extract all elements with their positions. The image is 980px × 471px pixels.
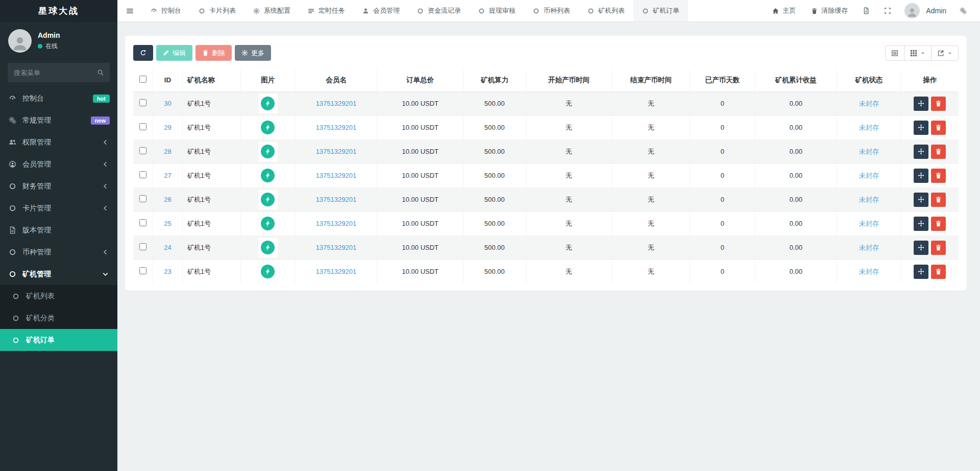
miner-image[interactable] xyxy=(258,94,278,113)
status-link[interactable]: 未封存 xyxy=(859,124,879,131)
sidebar-subitem-miner-orders[interactable]: 矿机订单 xyxy=(0,329,117,351)
row-checkbox[interactable] xyxy=(139,123,146,130)
miner-image[interactable] xyxy=(258,166,278,185)
tab-member-mgmt[interactable]: 会员管理 xyxy=(354,0,408,21)
row-checkbox[interactable] xyxy=(139,147,146,154)
miner-image[interactable] xyxy=(258,238,278,257)
tab-coin-list[interactable]: 币种列表 xyxy=(524,0,579,21)
row-checkbox[interactable] xyxy=(139,243,146,250)
sidebar-toggle-button[interactable] xyxy=(117,0,142,21)
status-link[interactable]: 未封存 xyxy=(859,196,879,203)
member-link[interactable]: 13751329201 xyxy=(316,124,357,131)
delete-row-button[interactable] xyxy=(931,217,946,231)
status-link[interactable]: 未封存 xyxy=(859,268,879,275)
export-button[interactable] xyxy=(931,45,959,61)
delete-row-button[interactable] xyxy=(931,145,946,159)
sidebar-subitem-miner-list[interactable]: 矿机列表 xyxy=(0,285,117,307)
refresh-button[interactable] xyxy=(133,45,153,61)
menu-search-input[interactable] xyxy=(8,63,110,82)
row-checkbox[interactable] xyxy=(139,267,146,274)
delete-row-button[interactable] xyxy=(931,193,946,207)
member-link[interactable]: 13751329201 xyxy=(316,268,357,275)
row-id-link[interactable]: 30 xyxy=(164,100,171,107)
member-link[interactable]: 13751329201 xyxy=(316,196,357,203)
sidebar-item-miners[interactable]: 矿机管理 xyxy=(0,263,117,285)
tab-withdraw-review[interactable]: 提现审核 xyxy=(470,0,524,21)
edit-button[interactable]: 编辑 xyxy=(156,45,192,61)
tab-card-list[interactable]: 卡片列表 xyxy=(190,0,244,21)
delete-row-button[interactable] xyxy=(931,169,946,183)
sidebar-item-permissions[interactable]: 权限管理 xyxy=(0,131,117,153)
miner-image[interactable] xyxy=(258,214,278,233)
settings-button[interactable] xyxy=(953,0,973,22)
sidebar-subitem-miner-category[interactable]: 矿机分类 xyxy=(0,307,117,329)
row-id-link[interactable]: 29 xyxy=(164,124,171,131)
columns-button[interactable] xyxy=(904,45,932,61)
move-row-button[interactable] xyxy=(914,241,928,255)
tab-miner-orders[interactable]: 矿机订单 xyxy=(633,0,688,21)
document-button[interactable] xyxy=(856,0,876,22)
trash-icon xyxy=(202,50,209,56)
home-link[interactable]: 主页 xyxy=(766,0,802,22)
row-checkbox[interactable] xyxy=(139,219,146,226)
status-link[interactable]: 未封存 xyxy=(859,148,879,155)
more-button[interactable]: 更多 xyxy=(235,45,271,61)
member-link[interactable]: 13751329201 xyxy=(316,244,357,251)
member-link[interactable]: 13751329201 xyxy=(316,172,357,179)
delete-row-button[interactable] xyxy=(931,241,946,255)
miner-image[interactable] xyxy=(258,118,278,137)
navbar-avatar[interactable] xyxy=(904,3,920,18)
sidebar-item-console[interactable]: 控制台hot xyxy=(0,87,117,109)
status-link[interactable]: 未封存 xyxy=(859,100,879,107)
tab-cron-tasks[interactable]: 定时任务 xyxy=(299,0,354,21)
tab-system-config[interactable]: 系统配置 xyxy=(244,0,299,21)
miner-image[interactable] xyxy=(258,190,278,209)
search-icon[interactable] xyxy=(97,69,104,76)
move-row-button[interactable] xyxy=(914,145,928,159)
sidebar-item-finance[interactable]: 财务管理 xyxy=(0,175,117,197)
delete-row-button[interactable] xyxy=(931,265,946,279)
select-all-checkbox[interactable] xyxy=(139,76,146,83)
status-link[interactable]: 未封存 xyxy=(859,220,879,227)
row-id-link[interactable]: 23 xyxy=(164,268,171,275)
detail-view-button[interactable] xyxy=(885,45,904,61)
status-link[interactable]: 未封存 xyxy=(859,172,879,179)
move-row-button[interactable] xyxy=(914,121,928,135)
row-checkbox[interactable] xyxy=(139,99,146,106)
status-link[interactable]: 未封存 xyxy=(859,244,879,251)
miner-image[interactable] xyxy=(258,262,278,281)
move-row-button[interactable] xyxy=(914,169,928,183)
sidebar-item-cards[interactable]: 卡片管理 xyxy=(0,197,117,219)
move-row-button[interactable] xyxy=(914,265,928,279)
clear-cache-button[interactable]: 清除缓存 xyxy=(804,0,854,22)
move-row-button[interactable] xyxy=(914,97,928,111)
sidebar-item-coins[interactable]: 币种管理 xyxy=(0,241,117,263)
member-link[interactable]: 13751329201 xyxy=(316,220,357,227)
cell-hashrate: 500.00 xyxy=(463,91,526,115)
navbar-username[interactable]: Admin xyxy=(926,7,946,15)
delete-row-button[interactable] xyxy=(931,97,946,111)
row-id-link[interactable]: 26 xyxy=(164,196,171,203)
member-link[interactable]: 13751329201 xyxy=(316,148,357,155)
row-id-link[interactable]: 24 xyxy=(164,244,171,251)
row-checkbox[interactable] xyxy=(139,171,146,178)
tab-console[interactable]: 控制台 xyxy=(142,0,190,21)
table-row: 24矿机1号1375132920110.00 USDT500.00无无00.00… xyxy=(133,236,959,260)
tab-fund-records[interactable]: 资金流记录 xyxy=(408,0,470,21)
row-id-link[interactable]: 25 xyxy=(164,220,171,227)
sidebar-item-general[interactable]: 常规管理new xyxy=(0,109,117,131)
sidebar-item-versions[interactable]: 版本管理 xyxy=(0,219,117,241)
delete-button[interactable]: 删除 xyxy=(195,45,232,61)
cell-miner-name: 矿机1号 xyxy=(183,236,241,260)
row-checkbox[interactable] xyxy=(139,195,146,202)
member-link[interactable]: 13751329201 xyxy=(316,100,357,107)
fullscreen-button[interactable] xyxy=(878,0,897,22)
sidebar-item-members[interactable]: 会员管理 xyxy=(0,153,117,175)
move-row-button[interactable] xyxy=(914,193,928,207)
row-id-link[interactable]: 28 xyxy=(164,148,171,155)
delete-row-button[interactable] xyxy=(931,121,946,135)
miner-image[interactable] xyxy=(258,142,278,161)
tab-miner-list[interactable]: 矿机列表 xyxy=(579,0,633,21)
row-id-link[interactable]: 27 xyxy=(164,172,171,179)
move-row-button[interactable] xyxy=(914,217,928,231)
